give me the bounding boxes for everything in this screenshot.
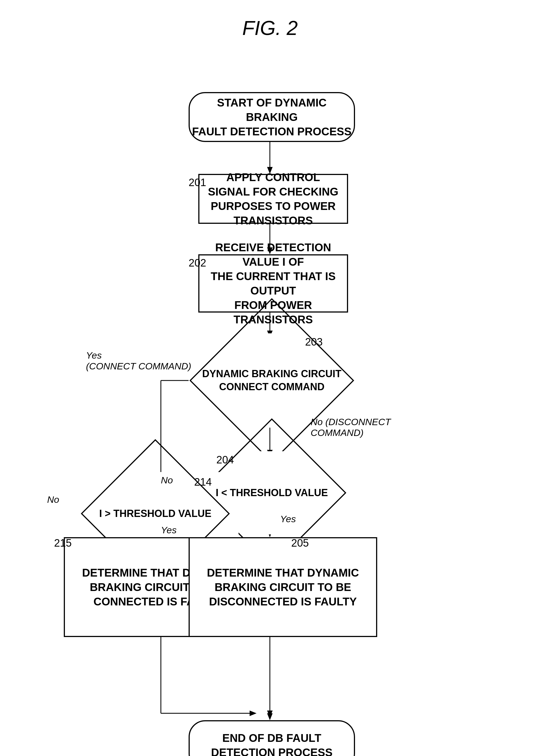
dec203-node: DYNAMIC BRAKING CIRCUIT CONNECT COMMAND <box>189 333 355 428</box>
dec214-number: 214 <box>194 476 211 488</box>
svg-marker-19 <box>250 710 257 716</box>
dec214-label: I > THRESHOLD VALUE <box>99 507 211 520</box>
figure-title: FIG. 2 <box>0 0 540 51</box>
dec204-label: I < THRESHOLD VALUE <box>216 486 328 499</box>
yes-connect-label: Yes(CONNECT COMMAND) <box>86 350 192 372</box>
step215-number: 215 <box>54 537 71 549</box>
end-node: END OF DB FAULT DETECTION PROCESS <box>189 720 355 756</box>
step202-number: 202 <box>189 257 206 269</box>
step201-label: APPLY CONTROL SIGNAL FOR CHECKING PURPOS… <box>205 170 341 228</box>
dec214-yes-label: Yes <box>161 525 177 536</box>
dec204-yes-label: Yes <box>280 514 296 524</box>
svg-marker-22 <box>267 713 273 720</box>
dec214-no-label: No <box>47 494 59 505</box>
step205-node: DETERMINE THAT DYNAMIC BRAKING CIRCUIT T… <box>189 537 377 637</box>
start-label: START OF DYNAMIC BRAKING FAULT DETECTION… <box>190 95 354 139</box>
dec203-number: 203 <box>305 336 323 348</box>
no-disconnect-label: No (DISCONNECTCOMMAND) <box>311 417 391 438</box>
flowchart: START OF DYNAMIC BRAKING FAULT DETECTION… <box>0 51 540 756</box>
dec204-number: 204 <box>216 454 234 466</box>
page: FIG. 2 <box>0 0 540 756</box>
dec203-label: DYNAMIC BRAKING CIRCUIT CONNECT COMMAND <box>202 367 341 394</box>
start-node: START OF DYNAMIC BRAKING FAULT DETECTION… <box>189 92 355 142</box>
end-label: END OF DB FAULT DETECTION PROCESS <box>211 731 333 756</box>
step201-node: APPLY CONTROL SIGNAL FOR CHECKING PURPOS… <box>198 174 348 224</box>
step205-label: DETERMINE THAT DYNAMIC BRAKING CIRCUIT T… <box>207 566 359 609</box>
dec204-no-label: No <box>161 475 173 486</box>
step201-number: 201 <box>189 177 206 189</box>
step205-number: 205 <box>291 537 309 549</box>
svg-marker-21 <box>267 710 273 717</box>
